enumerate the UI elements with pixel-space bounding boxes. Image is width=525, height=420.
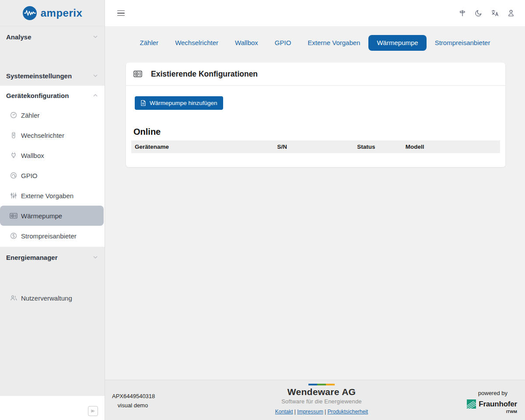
sliders-icon xyxy=(10,192,18,199)
tab-wallbox[interactable]: Wallbox xyxy=(227,35,266,51)
chevron-up-icon xyxy=(92,92,98,98)
link-separator: | xyxy=(325,409,326,415)
sidebar-group-geraetekonfiguration[interactable]: Gerätekonfiguration xyxy=(0,86,105,105)
tab-gpio[interactable]: GPIO xyxy=(266,35,300,51)
topbar-brand-area: amperix xyxy=(0,0,105,26)
users-icon xyxy=(10,294,18,301)
main-content: Zähler Wechselrichter Wallbox GPIO Exter… xyxy=(105,26,525,380)
company-name: Wendeware AG xyxy=(287,387,356,397)
moon-icon[interactable] xyxy=(474,9,483,18)
card-header: Existierende Konfigurationen xyxy=(126,63,505,86)
sidebar-group-label: Gerätekonfiguration xyxy=(6,92,69,99)
device-serial: APX6449540318 xyxy=(112,393,192,399)
sidebar-footer xyxy=(0,396,105,420)
column-status: Status xyxy=(354,140,402,153)
inverter-icon xyxy=(10,132,18,139)
amperix-logo-icon xyxy=(22,6,37,21)
sidebar-item-waermepumpe[interactable]: Wärmepumpe xyxy=(0,206,104,226)
powered-by-label: powered by xyxy=(478,390,508,396)
sidebar-group-systemeinstellungen[interactable]: Systemeinstellungen xyxy=(0,68,105,84)
sidebar-item-label: Wechselrichter xyxy=(21,132,64,139)
chevron-down-icon xyxy=(92,254,98,260)
plug-icon xyxy=(10,152,18,159)
sidebar-item-label: Strompreisanbieter xyxy=(21,232,77,240)
sidebar-item-wechselrichter[interactable]: Wechselrichter xyxy=(0,125,104,145)
topbar xyxy=(105,0,525,26)
impressum-link[interactable]: Impressum xyxy=(297,409,323,415)
fraunhofer-logo-icon xyxy=(467,399,476,409)
sidebar-item-wallbox[interactable]: Wallbox xyxy=(0,145,104,165)
sidebar-item-label: Nutzerverwaltung xyxy=(21,294,72,302)
sidebar-item-nutzerverwaltung[interactable]: Nutzerverwaltung xyxy=(0,288,104,308)
heatpump-icon xyxy=(133,70,142,77)
user-icon[interactable] xyxy=(507,9,515,18)
sidebar-item-label: Zähler xyxy=(21,112,40,119)
fraunhofer-logo: Fraunhofer xyxy=(467,399,517,409)
add-heatpump-button[interactable]: Wärmepumpe hinzufügen xyxy=(135,96,223,110)
sidebar-group-label: Analyse xyxy=(6,33,32,41)
company-tagline: Software für die Energiewende xyxy=(281,398,362,405)
sidebar-group-energiemanager[interactable]: Energiemanager xyxy=(0,249,105,265)
tab-bar: Zähler Wechselrichter Wallbox GPIO Exter… xyxy=(105,35,525,51)
tab-externe-vorgaben[interactable]: Externe Vorgaben xyxy=(299,35,368,51)
add-heatpump-button-label: Wärmepumpe hinzufügen xyxy=(150,100,217,106)
sidebar-expanded-panel: Gerätekonfiguration Zähler xyxy=(0,86,105,247)
online-section-heading: Online xyxy=(133,127,500,137)
empty-table-row xyxy=(131,153,500,167)
devices-table-header-row: Gerätename S/N Status Modell xyxy=(131,140,500,153)
footer-company-block: Wendeware AG Software für die Energiewen… xyxy=(192,380,451,420)
brand-name: amperix xyxy=(41,7,83,19)
gauge-icon xyxy=(10,112,18,119)
column-modell: Modell xyxy=(402,140,500,153)
footer: APX6449540318 visual demo Wendeware AG S… xyxy=(105,380,525,420)
document-icon xyxy=(140,100,146,106)
column-sn: S/N xyxy=(273,140,354,153)
footer-partner-block: powered by Fraunhofer ITWM xyxy=(451,380,525,420)
chevron-down-icon xyxy=(92,73,98,79)
sidebar-item-label: Externe Vorgaben xyxy=(21,192,74,200)
sidebar-item-zaehler[interactable]: Zähler xyxy=(0,105,104,125)
sidebar-item-label: Wallbox xyxy=(21,152,44,159)
menu-toggle-icon[interactable] xyxy=(117,10,125,16)
heatpump-icon xyxy=(10,213,18,219)
card-body: Wärmepumpe hinzufügen Online Gerätename … xyxy=(126,86,505,167)
fraunhofer-name: Fraunhofer xyxy=(479,400,517,409)
tab-zaehler[interactable]: Zähler xyxy=(132,35,167,51)
app-root: amperix xyxy=(0,0,525,420)
sidebar-item-gpio[interactable]: GPIO xyxy=(0,165,104,186)
signpost-icon[interactable] xyxy=(458,9,467,18)
footer-device-info: APX6449540318 visual demo xyxy=(105,380,192,420)
sidebar: Analyse Systemeinstellungen Gerätekonfig… xyxy=(0,26,105,396)
sidebar-item-externe-vorgaben[interactable]: Externe Vorgaben xyxy=(0,186,104,206)
devices-table: Gerätename S/N Status Modell xyxy=(131,140,500,167)
sidebar-item-label: GPIO xyxy=(21,172,38,179)
topbar-icon-group xyxy=(458,9,515,18)
chevron-down-icon xyxy=(92,34,98,40)
tab-wechselrichter[interactable]: Wechselrichter xyxy=(167,35,227,51)
sidebar-group-analyse[interactable]: Analyse xyxy=(0,29,105,45)
produktsicherheit-link[interactable]: Produktsicherheit xyxy=(327,409,368,415)
card-title: Existierende Konfigurationen xyxy=(151,70,258,79)
column-geraetename: Gerätename xyxy=(131,140,273,153)
sidebar-item-label: Wärmepumpe xyxy=(21,212,62,220)
footer-links: Kontakt | Impressum | Produktsicherheit xyxy=(275,409,368,415)
fraunhofer-institute: ITWM xyxy=(506,409,517,414)
brand-logo[interactable]: amperix xyxy=(22,6,83,21)
gpio-icon xyxy=(10,172,18,179)
link-separator: | xyxy=(294,409,296,415)
configurations-card: Existierende Konfigurationen Wärmepumpe … xyxy=(126,63,505,167)
sidebar-item-strompreisanbieter[interactable]: Strompreisanbieter xyxy=(0,226,104,246)
tab-waermepumpe[interactable]: Wärmepumpe xyxy=(368,35,426,51)
sidebar-group-label: Energiemanager xyxy=(6,254,58,261)
kontakt-link[interactable]: Kontakt xyxy=(275,409,293,415)
demo-mode-label: visual demo xyxy=(112,402,154,409)
collapse-sidebar-icon[interactable] xyxy=(88,406,98,416)
sidebar-group-label: Systemeinstellungen xyxy=(6,72,72,80)
price-icon xyxy=(10,232,18,239)
translate-icon[interactable] xyxy=(490,9,499,18)
wendeware-color-stripe xyxy=(308,384,335,385)
tab-strompreisanbieter[interactable]: Strompreisanbieter xyxy=(427,35,499,51)
